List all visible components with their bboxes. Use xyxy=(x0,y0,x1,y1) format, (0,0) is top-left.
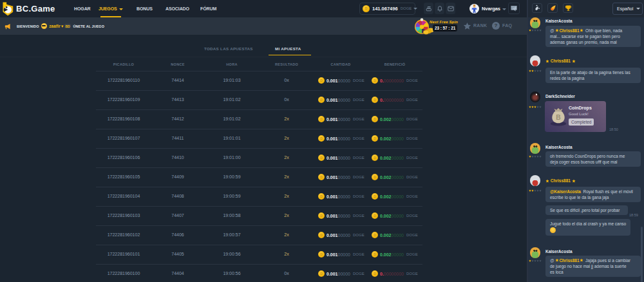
svg-text:B: B xyxy=(556,114,560,121)
